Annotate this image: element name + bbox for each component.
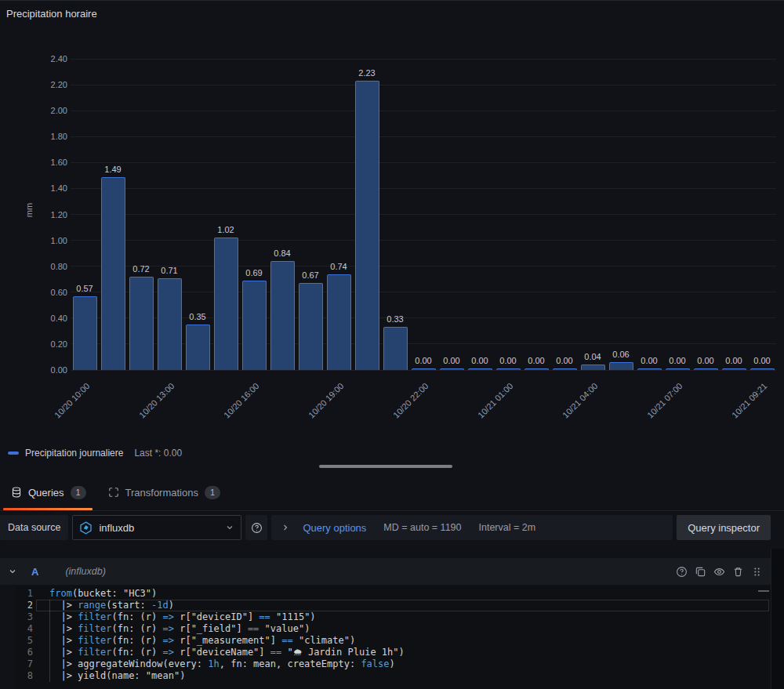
scrollbar-track[interactable] <box>771 549 784 689</box>
line-number: 6 <box>16 647 33 658</box>
query-help-icon[interactable] <box>676 566 688 578</box>
query-row-header[interactable]: A (influxdb) <box>0 558 771 585</box>
code-line[interactable]: 5 |> filter(fn: (r) => r["_measurement"]… <box>16 635 771 647</box>
code-token-keyword: from <box>49 588 72 599</box>
bar[interactable] <box>440 368 464 370</box>
bar[interactable] <box>355 81 379 370</box>
panel-title[interactable]: Precipitation horaire <box>6 8 97 20</box>
bar-value-label: 0.84 <box>274 248 290 258</box>
bar[interactable] <box>158 278 182 370</box>
tab-queries[interactable]: Queries 1 <box>0 474 97 510</box>
bar-value-label: 0.00 <box>753 356 770 365</box>
bar[interactable] <box>299 283 323 370</box>
code-token-text: ) <box>390 658 395 669</box>
bar[interactable] <box>129 277 154 370</box>
duplicate-query-icon[interactable] <box>695 566 706 578</box>
flux-code-editor[interactable]: 1from(bucket: "HC3")2 |> range(start: -1… <box>16 586 771 689</box>
drag-handle-grip-icon[interactable] <box>751 566 763 578</box>
bar[interactable] <box>270 261 295 370</box>
bar[interactable] <box>694 368 718 370</box>
code-line[interactable]: 1from(bucket: "HC3") <box>16 588 771 600</box>
y-axis: 0.000.200.400.600.801.001.201.401.601.80… <box>0 59 69 370</box>
datasource-help-button[interactable] <box>245 515 267 540</box>
code-token-text: r["deviceID"] <box>174 611 259 622</box>
bar-value-label: 0.71 <box>161 266 177 275</box>
bar-value-label: 1.49 <box>104 165 121 174</box>
bar[interactable] <box>637 368 662 370</box>
code-line[interactable]: 7 |> aggregateWindow(every: 1h, fn: mean… <box>16 658 771 670</box>
bar-value-label: 0.00 <box>725 356 742 365</box>
bar[interactable] <box>412 368 436 370</box>
code-token-keyword: filter <box>78 647 111 658</box>
query-actions <box>676 566 763 578</box>
bar-value-label: 0.35 <box>189 312 205 321</box>
code-token-text: |> <box>49 647 78 658</box>
bar[interactable] <box>468 368 492 370</box>
line-number: 5 <box>16 635 33 647</box>
bar-value-label: 0.00 <box>669 356 685 365</box>
code-token-keyword: == <box>270 647 281 658</box>
y-tick-label: 0.40 <box>27 314 67 323</box>
tab-transformations[interactable]: Transformations 1 <box>97 474 231 510</box>
legend-series-color[interactable] <box>8 451 19 455</box>
code-line-text[interactable]: |> range(start: -1d) <box>36 600 174 611</box>
legend-series-name[interactable]: Precipitation journaliere <box>25 448 123 459</box>
collapse-chevron-icon[interactable] <box>8 567 17 576</box>
bar-value-label: 2.23 <box>358 68 375 78</box>
bar[interactable] <box>722 368 746 370</box>
code-line-text[interactable]: |> filter(fn: (r) => r["_measurement"] =… <box>36 635 355 647</box>
bar-value-label: 0.69 <box>245 268 262 277</box>
query-inspector-button[interactable]: Query inspector <box>677 515 771 540</box>
code-token-text: "🌧 Jardin Pluie 1h") <box>281 647 405 658</box>
code-line[interactable]: 8 |> yield(name: "mean") <box>16 670 771 682</box>
bar-value-label: 0.33 <box>387 314 403 324</box>
bar[interactable] <box>496 368 521 370</box>
code-line-text[interactable]: from(bucket: "HC3") <box>36 588 157 600</box>
bar-chart-plot[interactable]: 0.571.490.720.710.351.020.690.840.670.74… <box>71 59 776 370</box>
code-token-text: |> <box>49 611 78 622</box>
code-line[interactable]: 3 |> filter(fn: (r) => r["deviceID"] == … <box>16 611 771 623</box>
line-number: 4 <box>16 623 33 635</box>
code-token-text: "1115") <box>270 611 316 622</box>
bar[interactable] <box>609 362 633 370</box>
code-line-text[interactable]: |> filter(fn: (r) => r["_field"] == "val… <box>36 623 310 635</box>
code-line[interactable]: 2 |> range(start: -1d) <box>16 600 771 611</box>
code-line[interactable]: 6 |> filter(fn: (r) => r["deviceName"] =… <box>16 647 771 658</box>
pane-resize-handle[interactable] <box>319 465 452 468</box>
bar[interactable] <box>383 327 408 370</box>
query-options-toggle[interactable]: Query options MD = auto = 1190 Interval … <box>271 515 673 540</box>
datasource-picker[interactable]: influxdb <box>72 515 241 540</box>
code-line-text[interactable]: |> aggregateWindow(every: 1h, fn: mean, … <box>36 658 395 670</box>
x-axis: 10/20 10:0010/20 13:0010/20 16:0010/20 1… <box>71 376 776 423</box>
bar[interactable] <box>327 274 351 370</box>
code-line-text[interactable]: |> yield(name: "mean") <box>36 670 185 682</box>
bar[interactable] <box>186 325 210 370</box>
code-line-text[interactable]: |> filter(fn: (r) => r["deviceID"] == "1… <box>36 611 316 623</box>
bar[interactable] <box>553 368 577 370</box>
bar[interactable] <box>242 281 267 370</box>
query-options-interval: Interval = 2m <box>478 522 535 533</box>
code-token-keyword: => <box>163 635 174 646</box>
delete-query-trash-icon[interactable] <box>732 566 744 578</box>
bar-value-label: 1.02 <box>217 225 234 234</box>
bar[interactable] <box>524 368 549 370</box>
y-tick-label: 0.80 <box>27 262 67 271</box>
bar[interactable] <box>666 368 690 370</box>
code-line[interactable]: 4 |> filter(fn: (r) => r["_field"] == "v… <box>16 623 771 635</box>
code-token-text: (bucket: "HC3") <box>72 588 157 599</box>
gridline <box>71 214 776 215</box>
code-line-text[interactable]: |> filter(fn: (r) => r["deviceName"] == … <box>36 647 405 658</box>
x-tick-label: 10/21 01:00 <box>476 381 515 420</box>
bar[interactable] <box>581 364 605 370</box>
y-tick-label: 1.20 <box>27 210 67 219</box>
bar[interactable] <box>214 238 238 370</box>
code-token-keyword: => <box>163 647 174 658</box>
bar-value-label: 0.67 <box>302 270 318 280</box>
code-token-text: r["_measurement"] <box>174 635 281 646</box>
bar[interactable] <box>750 368 775 370</box>
y-tick-label: 1.00 <box>27 236 67 245</box>
bar[interactable] <box>73 296 97 370</box>
help-circle-icon <box>251 522 263 534</box>
bar[interactable] <box>101 177 125 370</box>
toggle-visibility-eye-icon[interactable] <box>713 566 725 578</box>
